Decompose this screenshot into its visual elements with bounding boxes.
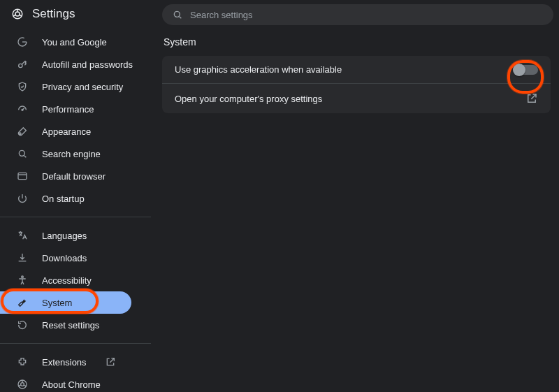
svg-point-1 <box>15 12 20 16</box>
svg-point-2 <box>19 64 22 67</box>
nav-separator <box>0 217 151 217</box>
sidebar-item-accessibility[interactable]: Accessibility <box>0 269 151 291</box>
sidebar-item-privacy[interactable]: Privacy and security <box>0 75 151 98</box>
search-bar[interactable] <box>162 4 553 25</box>
speedometer-icon <box>15 103 29 115</box>
sidebar-item-label: System <box>42 298 72 308</box>
google-g-icon <box>15 36 29 48</box>
sidebar-item-performance[interactable]: Performance <box>0 98 151 120</box>
paint-icon <box>15 126 29 137</box>
shield-icon <box>15 81 29 92</box>
power-icon <box>15 193 29 204</box>
row-label: Open your computer's proxy settings <box>175 94 322 104</box>
chrome-outline-icon <box>15 379 29 390</box>
sidebar-item-languages[interactable]: Languages <box>0 224 151 247</box>
wrench-icon <box>15 297 29 308</box>
sidebar-item-label: Reset settings <box>42 320 99 331</box>
sidebar-nav: You and Google Autofill and passwords Pr… <box>0 27 151 392</box>
row-graphics-acceleration[interactable]: Use graphics acceleration when available <box>162 56 551 83</box>
sidebar-item-label: Accessibility <box>42 275 92 286</box>
external-link-icon <box>105 356 116 368</box>
sidebar-item-system[interactable]: System <box>0 291 131 314</box>
sidebar-item-label: Downloads <box>42 253 87 263</box>
system-settings-card: Use graphics acceleration when available… <box>162 56 551 113</box>
nav-separator <box>0 343 151 344</box>
translate-icon <box>15 230 29 241</box>
search-icon <box>172 9 183 20</box>
svg-point-4 <box>19 133 21 135</box>
search-icon <box>15 148 29 159</box>
sidebar-item-downloads[interactable]: Downloads <box>0 247 151 269</box>
svg-point-7 <box>22 276 24 278</box>
sidebar-item-label: Appearance <box>42 126 91 137</box>
search-input[interactable] <box>190 10 544 20</box>
browser-icon <box>15 170 29 182</box>
sidebar-item-label: Privacy and security <box>42 82 123 92</box>
sidebar-item-appearance[interactable]: Appearance <box>0 120 151 143</box>
chrome-logo-icon <box>11 8 24 20</box>
sidebar-item-about[interactable]: About Chrome <box>0 373 151 392</box>
svg-rect-6 <box>18 173 27 179</box>
sidebar-item-label: Search engine <box>42 149 101 159</box>
accessibility-icon <box>15 275 29 286</box>
sidebar-item-reset[interactable]: Reset settings <box>0 314 151 336</box>
download-icon <box>15 252 29 263</box>
sidebar-item-label: Extensions <box>42 357 87 368</box>
row-proxy-settings[interactable]: Open your computer's proxy settings <box>162 83 551 113</box>
key-icon <box>15 59 29 70</box>
graphics-acceleration-toggle[interactable] <box>514 65 538 75</box>
reset-icon <box>15 319 29 331</box>
sidebar-item-label: On startup <box>42 194 85 204</box>
row-label: Use graphics acceleration when available <box>175 64 342 75</box>
sidebar-item-autofill[interactable]: Autofill and passwords <box>0 53 151 75</box>
sidebar-item-search-engine[interactable]: Search engine <box>0 143 151 165</box>
sidebar-item-label: You and Google <box>42 37 107 48</box>
sidebar-item-on-startup[interactable]: On startup <box>0 187 151 210</box>
svg-point-9 <box>21 383 24 386</box>
sidebar-item-label: About Chrome <box>42 379 101 390</box>
external-link-icon <box>525 92 538 105</box>
sidebar-item-extensions[interactable]: Extensions <box>0 351 151 373</box>
svg-point-5 <box>19 150 24 156</box>
title-bar: Settings <box>0 0 151 27</box>
sidebar-item-label: Default browser <box>42 171 106 182</box>
svg-point-10 <box>174 11 180 17</box>
section-title: System <box>162 36 553 56</box>
sidebar-item-you-and-google[interactable]: You and Google <box>0 31 151 53</box>
page-title: Settings <box>32 7 75 21</box>
sidebar-item-label: Performance <box>42 104 94 115</box>
sidebar-item-label: Languages <box>42 231 87 241</box>
extension-icon <box>15 356 29 368</box>
sidebar-item-default-browser[interactable]: Default browser <box>0 165 151 187</box>
sidebar-item-label: Autofill and passwords <box>42 59 133 70</box>
